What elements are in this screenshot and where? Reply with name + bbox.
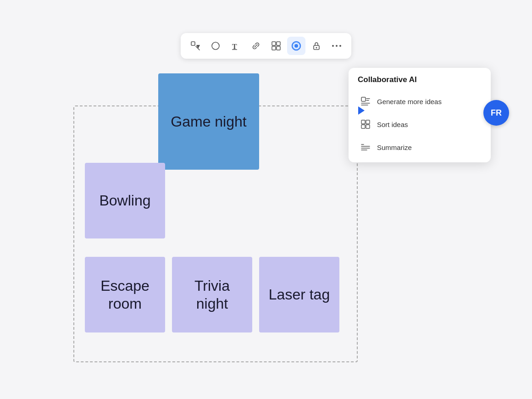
sticky-bowling[interactable]: Bowling xyxy=(85,163,165,238)
svg-point-11 xyxy=(294,44,298,48)
svg-point-16 xyxy=(336,45,338,47)
ai-tool-button[interactable] xyxy=(287,37,305,55)
ai-dropdown: Collaborative AI Generate more ideas Sor… xyxy=(349,68,491,162)
more-options-button[interactable] xyxy=(327,37,346,55)
svg-rect-6 xyxy=(272,42,276,45)
cursor-arrow xyxy=(358,106,365,115)
sort-ideas-label: Sort ideas xyxy=(377,121,408,128)
svg-rect-18 xyxy=(361,97,366,101)
sticky-trivia-night[interactable]: Trivia night xyxy=(172,257,252,332)
sticky-escape-room[interactable]: Escape room xyxy=(85,257,165,332)
svg-marker-1 xyxy=(196,45,200,49)
svg-rect-7 xyxy=(277,42,280,45)
lock-tool-button[interactable] xyxy=(307,37,326,55)
summarize-label: Summarize xyxy=(377,144,412,151)
summarize-item[interactable]: Summarize xyxy=(350,136,489,159)
user-avatar[interactable]: FR xyxy=(483,100,509,126)
toolbar: T xyxy=(181,33,351,59)
svg-rect-8 xyxy=(272,46,276,50)
avatar-initials: FR xyxy=(491,108,502,118)
sticky-laser-tag[interactable]: Laser tag xyxy=(259,257,339,332)
generate-more-ideas-label: Generate more ideas xyxy=(377,98,442,105)
svg-point-14 xyxy=(316,47,317,49)
svg-rect-25 xyxy=(361,125,365,128)
svg-point-15 xyxy=(332,45,334,47)
ai-dropdown-title: Collaborative AI xyxy=(349,75,491,90)
sort-ideas-item[interactable]: Sort ideas xyxy=(350,113,489,136)
svg-rect-9 xyxy=(277,46,280,50)
transform-tool-button[interactable] xyxy=(186,37,205,55)
grid-tool-button[interactable] xyxy=(267,37,285,55)
svg-rect-0 xyxy=(191,42,195,45)
generate-icon xyxy=(360,95,371,107)
svg-rect-26 xyxy=(366,125,370,128)
shape-tool-button[interactable] xyxy=(206,37,225,55)
text-tool-button[interactable]: T xyxy=(227,37,245,55)
svg-point-3 xyxy=(212,42,219,50)
svg-point-17 xyxy=(339,45,341,47)
svg-rect-23 xyxy=(361,120,365,124)
summarize-icon xyxy=(360,141,371,153)
link-tool-button[interactable] xyxy=(247,37,265,55)
sticky-game-night[interactable]: Game night xyxy=(158,73,259,170)
generate-more-ideas-item[interactable]: Generate more ideas xyxy=(350,90,489,113)
sort-icon xyxy=(360,118,371,130)
svg-rect-24 xyxy=(366,120,370,124)
